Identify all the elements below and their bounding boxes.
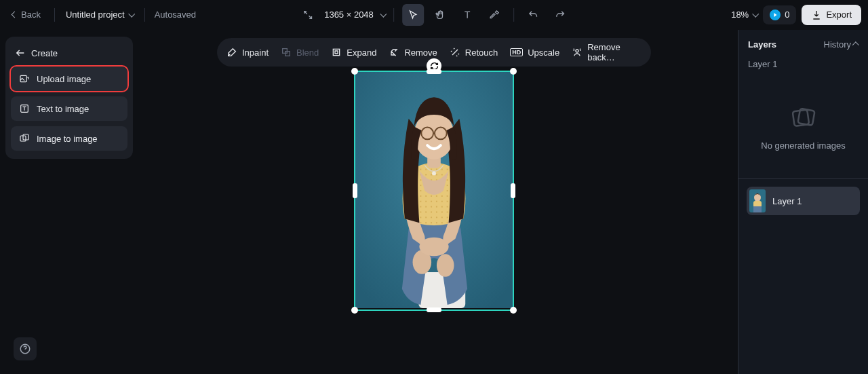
upload-image-option[interactable]: Upload image xyxy=(11,67,127,91)
inpaint-icon xyxy=(226,47,237,58)
pointer-tool-button[interactable] xyxy=(402,4,424,26)
resize-handle-top[interactable] xyxy=(427,69,441,74)
text-icon xyxy=(462,10,473,20)
separator xyxy=(54,8,55,22)
credits-button[interactable]: 0 xyxy=(763,5,796,24)
zoom-value: 18% xyxy=(731,10,749,20)
empty-state-text: No generated images xyxy=(761,141,845,151)
image-to-image-option[interactable]: Image to image xyxy=(11,126,127,151)
blend-icon xyxy=(281,47,292,58)
svg-rect-6 xyxy=(334,49,340,55)
hand-icon xyxy=(435,10,446,20)
selected-layer-name: Layer 1 xyxy=(738,54,868,76)
redo-button[interactable] xyxy=(549,4,571,26)
undo-icon xyxy=(528,10,538,20)
separator xyxy=(393,8,394,22)
layers-panel: Layers History Layer 1 No generated imag… xyxy=(738,30,868,374)
help-button[interactable] xyxy=(14,337,37,360)
retouch-label: Retouch xyxy=(465,48,498,58)
resize-handle-top-left[interactable] xyxy=(351,68,358,75)
canvas[interactable] xyxy=(354,71,514,311)
download-icon xyxy=(811,10,822,20)
canvas-image xyxy=(355,72,513,308)
canvas-dimensions-dropdown[interactable]: 1365 × 2048 xyxy=(324,10,385,20)
resize-handle-bottom[interactable] xyxy=(427,307,441,312)
main-area: Create Upload image Text to image Image … xyxy=(0,30,868,374)
zoom-dropdown[interactable]: 18% xyxy=(731,10,757,20)
layer-item-label: Layer 1 xyxy=(772,196,802,206)
text-to-image-label: Text to image xyxy=(37,104,89,114)
image-to-image-icon xyxy=(19,133,30,144)
back-label: Back xyxy=(21,10,41,20)
remove-label: Remove xyxy=(404,48,437,58)
create-label: Create xyxy=(31,48,58,58)
create-panel-header[interactable]: Create xyxy=(11,43,127,67)
expand-icon xyxy=(331,47,342,58)
remove-background-tool[interactable]: Remove back… xyxy=(572,42,642,62)
eyedropper-icon xyxy=(489,10,500,20)
expand-tool[interactable]: Expand xyxy=(331,47,376,58)
chevron-down-icon xyxy=(752,11,759,18)
resize-icon xyxy=(302,10,313,20)
blend-label: Blend xyxy=(296,48,319,58)
layer-thumbnail xyxy=(749,189,766,212)
layer-item[interactable]: Layer 1 xyxy=(747,187,860,215)
collapse-arrow-icon xyxy=(15,48,26,58)
credits-icon xyxy=(770,10,781,20)
help-icon xyxy=(19,343,31,355)
export-button[interactable]: Export xyxy=(802,5,861,25)
inpaint-label: Inpaint xyxy=(242,48,269,58)
images-empty-icon xyxy=(790,104,817,131)
project-name-dropdown[interactable]: Untitled project xyxy=(63,5,136,24)
resize-handle-top-right[interactable] xyxy=(510,68,517,75)
blend-tool: Blend xyxy=(281,47,319,58)
expand-label: Expand xyxy=(347,48,376,58)
inpaint-tool[interactable]: Inpaint xyxy=(226,47,269,58)
svg-point-20 xyxy=(432,171,436,175)
text-to-image-option[interactable]: Text to image xyxy=(11,96,127,121)
top-bar: Back Untitled project Autosaved 1365 × 2… xyxy=(0,0,868,30)
separator xyxy=(144,8,145,22)
upscale-tool[interactable]: HD Upscale xyxy=(510,48,559,58)
upscale-label: Upscale xyxy=(528,48,559,58)
project-name: Untitled project xyxy=(66,10,125,20)
history-label: History xyxy=(824,39,851,50)
hand-tool-button[interactable] xyxy=(429,4,451,26)
remove-bg-icon xyxy=(572,47,583,58)
eyedropper-tool-button[interactable] xyxy=(484,4,505,26)
text-tool-button[interactable] xyxy=(456,4,478,26)
svg-point-14 xyxy=(419,238,448,257)
svg-point-12 xyxy=(437,254,454,276)
svg-point-24 xyxy=(754,193,761,202)
empty-state: No generated images xyxy=(738,76,868,178)
resize-handle-left[interactable] xyxy=(353,183,357,198)
svg-point-7 xyxy=(576,50,578,52)
layers-title: Layers xyxy=(748,39,776,50)
svg-rect-26 xyxy=(753,206,762,212)
autosaved-label: Autosaved xyxy=(155,10,196,20)
resize-handle-bottom-left[interactable] xyxy=(351,307,358,314)
remove-icon xyxy=(389,47,399,58)
upload-image-icon xyxy=(19,73,30,84)
redo-icon xyxy=(555,10,566,20)
history-toggle[interactable]: History xyxy=(824,39,859,50)
upload-image-label: Upload image xyxy=(37,74,91,84)
chevron-up-icon xyxy=(852,41,859,48)
autosave-status: Autosaved xyxy=(153,5,201,24)
fit-canvas-button[interactable] xyxy=(297,4,319,26)
dimensions-text: 1365 × 2048 xyxy=(324,10,374,20)
remove-bg-label: Remove back… xyxy=(587,42,642,62)
resize-handle-right[interactable] xyxy=(511,183,515,198)
chevron-left-icon xyxy=(12,12,18,18)
selection-bounding-box[interactable] xyxy=(354,71,514,311)
export-label: Export xyxy=(826,10,852,20)
back-button[interactable]: Back xyxy=(7,5,46,24)
remove-tool[interactable]: Remove xyxy=(389,47,437,58)
create-panel: Create Upload image Text to image Image … xyxy=(5,37,133,159)
retouch-tool[interactable]: Retouch xyxy=(450,47,498,58)
hd-icon: HD xyxy=(510,48,523,56)
undo-button[interactable] xyxy=(522,4,544,26)
chevron-down-icon xyxy=(380,11,387,18)
resize-handle-bottom-right[interactable] xyxy=(510,307,517,314)
image-to-image-label: Image to image xyxy=(37,134,98,144)
